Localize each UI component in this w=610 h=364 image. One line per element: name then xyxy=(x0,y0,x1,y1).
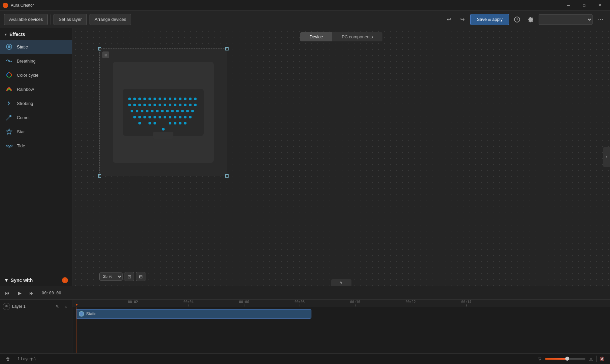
available-devices-button[interactable]: Available devices xyxy=(4,14,48,25)
delete-layer-button[interactable]: 🗑 xyxy=(4,355,12,363)
svg-point-4 xyxy=(8,60,10,62)
skip-back-button[interactable]: ⏮ xyxy=(3,288,12,298)
svg-point-28 xyxy=(159,104,161,106)
timeline-sidebar: 👁 Layer 1 ✎ ○ xyxy=(0,300,72,353)
svg-point-12 xyxy=(148,98,151,100)
bottom-panel-toggle[interactable]: ∨ xyxy=(331,279,351,286)
color-cycle-icon xyxy=(5,71,13,79)
skip-forward-button[interactable]: ⏭ xyxy=(27,288,36,298)
canvas-corner-icon: ⊞ xyxy=(102,51,109,58)
sidebar-item-rainbow[interactable]: Rainbow xyxy=(0,82,72,96)
svg-point-56 xyxy=(169,116,171,118)
profile-dropdown[interactable] xyxy=(539,14,592,25)
layers-count: 1 Layer(s) xyxy=(18,357,36,361)
minimize-button[interactable]: ─ xyxy=(561,0,576,11)
zoom-fit-button[interactable]: ⊡ xyxy=(125,272,134,281)
clip-icon xyxy=(79,311,84,317)
static-label: Static xyxy=(17,44,28,49)
svg-point-20 xyxy=(189,98,192,100)
strobing-label: Strobing xyxy=(17,101,33,106)
corner-handle-tr[interactable] xyxy=(225,47,229,50)
help-button[interactable]: ? xyxy=(512,14,522,25)
timeline-toolbar: ⏮ ▶ ⏭ 00:00.00 xyxy=(0,286,610,300)
timeline-zoom-slider[interactable] xyxy=(545,358,585,360)
zoom-slider-track[interactable] xyxy=(545,358,585,360)
sidebar-item-tide[interactable]: Tide xyxy=(0,139,72,153)
breathing-icon xyxy=(5,57,13,65)
current-time: 00:00.00 xyxy=(42,291,61,295)
more-button[interactable]: ⋯ xyxy=(595,14,606,25)
svg-point-61 xyxy=(138,122,141,124)
svg-point-64 xyxy=(169,122,171,124)
svg-point-51 xyxy=(143,116,146,118)
comet-icon xyxy=(5,114,13,121)
color-cycle-label: Color cycle xyxy=(17,73,38,78)
timeline-track-area: Static xyxy=(72,307,610,353)
corner-handle-br[interactable] xyxy=(225,174,229,178)
ruler-playhead-mark: ▼ xyxy=(76,303,78,306)
sync-with-section[interactable]: ▼ Sync with ! xyxy=(0,274,72,286)
zoom-grid-button[interactable]: ⊞ xyxy=(136,272,145,281)
sidebar-item-star[interactable]: Star xyxy=(0,124,72,139)
sidebar-item-static[interactable]: Static xyxy=(0,40,72,54)
effects-label: Effects xyxy=(9,32,25,37)
corner-handle-tl[interactable] xyxy=(98,47,101,50)
svg-point-54 xyxy=(159,116,161,118)
layer-edit-button[interactable]: ✎ xyxy=(54,303,61,310)
toolbar-right: ↩ ↪ Save & apply ? ⋯ xyxy=(443,14,606,25)
sync-badge: ! xyxy=(62,277,68,283)
svg-point-26 xyxy=(148,104,151,106)
tab-pc-components[interactable]: PC components xyxy=(332,32,382,41)
svg-point-52 xyxy=(148,116,151,118)
svg-point-15 xyxy=(164,98,166,100)
settings-button[interactable] xyxy=(525,14,536,25)
svg-point-32 xyxy=(179,104,181,106)
effects-section-header[interactable]: ▼ Effects xyxy=(0,28,72,40)
sidebar-item-comet[interactable]: Comet xyxy=(0,110,72,124)
rainbow-label: Rainbow xyxy=(17,87,34,92)
layer-circle-button[interactable]: ○ xyxy=(63,303,69,310)
triangle-left-button[interactable]: ▽ xyxy=(536,355,544,363)
svg-point-3 xyxy=(8,45,10,48)
strobing-icon xyxy=(5,100,13,107)
sidebar-item-color-cycle[interactable]: Color cycle xyxy=(0,68,72,82)
svg-point-30 xyxy=(169,104,171,106)
arrange-devices-button[interactable]: Arrange devices xyxy=(90,14,131,25)
effects-chevron-icon: ▼ xyxy=(4,33,7,36)
zoom-slider-fill xyxy=(545,358,567,360)
triangle-right-button[interactable]: △ xyxy=(587,355,595,363)
play-button[interactable]: ▶ xyxy=(15,288,24,298)
app-icon xyxy=(3,3,8,8)
svg-point-34 xyxy=(189,104,192,106)
layer-visibility-button[interactable]: 👁 xyxy=(3,303,10,310)
save-apply-button[interactable]: Save & apply xyxy=(470,14,509,25)
timeline-tracks[interactable]: ▼ 00:02 00:04 00:06 00:08 00:10 xyxy=(72,300,610,353)
svg-point-60 xyxy=(189,116,192,118)
sidebar-item-breathing[interactable]: Breathing xyxy=(0,54,72,68)
zoom-slider-thumb[interactable] xyxy=(565,357,569,361)
maximize-button[interactable]: □ xyxy=(576,0,592,11)
undo-button[interactable]: ↩ xyxy=(443,14,454,25)
corner-handle-bl[interactable] xyxy=(98,174,101,178)
svg-point-46 xyxy=(181,110,184,112)
sidebar-item-strobing[interactable]: Strobing xyxy=(0,96,72,110)
playhead[interactable] xyxy=(76,307,76,353)
svg-point-24 xyxy=(138,104,141,106)
device-image xyxy=(113,62,214,163)
set-as-layer-button[interactable]: Set as layer xyxy=(54,14,87,25)
redo-button[interactable]: ↪ xyxy=(457,14,468,25)
svg-point-62 xyxy=(148,122,151,124)
svg-point-22 xyxy=(128,104,131,106)
right-panel-toggle[interactable]: › xyxy=(603,147,610,167)
sidebar: ▼ Effects Static Breathing xyxy=(0,28,72,286)
svg-text:?: ? xyxy=(516,18,518,22)
audio-button[interactable]: 🔇 xyxy=(598,355,606,363)
tab-device[interactable]: Device xyxy=(300,32,332,41)
zoom-select[interactable]: 35 % 25 % 50 % 75 % 100 % xyxy=(99,272,123,281)
svg-point-8 xyxy=(128,98,131,100)
ruler-mark-0012: 00:12 xyxy=(406,300,416,306)
device-canvas[interactable]: ⊞ xyxy=(99,48,227,176)
rainbow-icon xyxy=(5,85,13,93)
close-button[interactable]: ✕ xyxy=(592,0,607,11)
track-clip-static[interactable]: Static xyxy=(76,309,311,319)
